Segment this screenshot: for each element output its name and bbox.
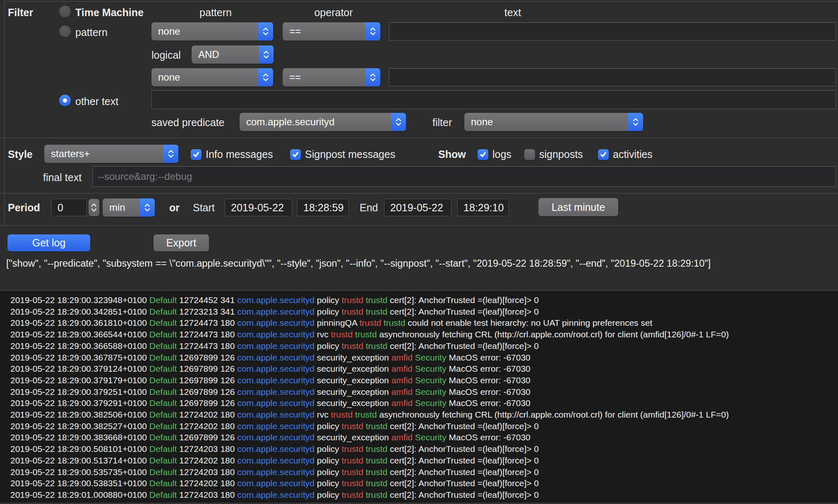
period-label: Period (8, 202, 40, 214)
column-header-pattern: pattern (189, 7, 243, 19)
start-time-field[interactable]: 18:28:59 (297, 199, 349, 216)
checkmark-icon (292, 151, 299, 158)
saved-predicate-popup[interactable]: com.apple.securityd (240, 113, 406, 131)
end-time-field[interactable]: 18:29:10 (457, 199, 509, 216)
popup-arrows-icon (140, 198, 155, 217)
info-messages-checkbox-row[interactable]: Info messages (191, 148, 273, 160)
style-label: Style (8, 148, 33, 160)
separator (0, 225, 838, 226)
text2-field-wrap (389, 68, 836, 86)
log-line: 2019-05-22 18:29:00.379251+0100 Default … (10, 386, 838, 398)
popup-arrows-icon (258, 68, 273, 86)
text1-field-wrap (389, 22, 836, 41)
or-label: or (169, 202, 180, 214)
period-unit-popup[interactable]: min (103, 198, 155, 217)
logical-label: logical (151, 49, 181, 61)
log-line: 2019-05-22 18:29:00.342851+0100 Default … (10, 306, 838, 318)
log-line: 2019-05-22 18:29:00.382506+0100 Default … (10, 409, 838, 420)
filter-section-label: Filter (8, 7, 33, 19)
logical-popup[interactable]: AND (192, 45, 274, 64)
popup-arrows-icon (628, 113, 643, 131)
log-line: 2019-05-22 18:29:00.538351+0100 Default … (10, 478, 838, 489)
period-value-field[interactable]: 0 (51, 199, 87, 216)
other-text-field[interactable] (152, 91, 836, 109)
end-label: End (360, 202, 378, 214)
popup-arrows-icon (259, 45, 274, 64)
log-line: 2019-05-22 18:29:00.366588+0100 Default … (10, 340, 838, 352)
log-line: 2019-05-22 18:29:00.535735+0100 Default … (10, 466, 838, 478)
popup-arrows-icon (163, 145, 178, 163)
get-log-button[interactable]: Get log (7, 234, 90, 251)
period-stepper[interactable] (89, 199, 99, 216)
period-section: Period 0 min or Start 2019-05-22 18:28:5… (4, 193, 838, 225)
pattern1-popup[interactable]: none (151, 22, 273, 41)
column-header-operator: operator (305, 7, 363, 19)
log-line: 2019-05-22 18:29:01.000880+0100 Default … (10, 489, 838, 501)
radio-pattern-label: pattern (75, 26, 108, 38)
checkmark-icon (192, 151, 200, 158)
log-line: 2019-05-22 18:29:00.513714+0100 Default … (10, 455, 838, 466)
checkmark-icon (600, 151, 607, 158)
log-output: 2019-05-22 18:29:00.323948+0100 Default … (0, 290, 838, 503)
final-text-field[interactable] (93, 167, 836, 186)
end-date-field[interactable]: 2019-05-22 (384, 199, 451, 216)
show-label: Show (438, 148, 466, 160)
checkmark-icon (479, 151, 487, 158)
log-line: 2019-05-22 18:29:00.323948+0100 Default … (10, 294, 838, 306)
style-section: Style starters+ Info messages Signpost m… (4, 138, 838, 193)
popup-arrows-icon (258, 22, 273, 41)
command-preview: ["show", "--predicate", "subsystem == \"… (6, 256, 831, 271)
filter-popup[interactable]: none (464, 113, 643, 131)
column-header-text: text (484, 7, 542, 19)
log-line: 2019-05-22 18:29:00.382527+0100 Default … (10, 420, 838, 432)
final-text-label: final text (43, 172, 82, 184)
radio-time-machine[interactable] (59, 6, 71, 17)
operator2-popup[interactable]: == (283, 68, 380, 86)
log-viewer-window: Filter pattern operator text Time Machin… (0, 0, 838, 504)
radio-other-text-label: other text (75, 96, 118, 107)
show-activities-checkbox[interactable] (598, 149, 609, 160)
radio-time-machine-label: Time Machine (75, 7, 144, 19)
final-text-field-wrap (92, 166, 836, 187)
show-signposts-checkbox[interactable] (524, 149, 535, 160)
pattern2-popup[interactable]: none (151, 68, 273, 86)
popup-arrows-icon (365, 68, 380, 86)
show-logs-checkbox[interactable] (478, 149, 488, 160)
signpost-messages-checkbox[interactable] (290, 149, 301, 160)
operator1-popup[interactable]: == (283, 22, 380, 41)
info-messages-checkbox[interactable] (191, 149, 202, 160)
log-line: 2019-05-22 18:29:00.508101+0100 Default … (10, 443, 838, 455)
saved-predicate-label: saved predicate (151, 117, 225, 129)
filter-section: Filter pattern operator text Time Machin… (4, 1, 838, 138)
start-date-field[interactable]: 2019-05-22 (225, 199, 292, 216)
log-line: 2019-05-22 18:29:00.383668+0100 Default … (10, 432, 838, 443)
log-line: 2019-05-22 18:29:00.361810+0100 Default … (10, 317, 838, 329)
filter-popup-label: filter (432, 117, 452, 129)
export-button[interactable]: Export (154, 234, 209, 251)
stepper-down-icon (91, 208, 97, 212)
other-text-field-wrap (151, 90, 836, 109)
show-logs-checkbox-row[interactable]: logs (478, 148, 511, 160)
signpost-messages-checkbox-row[interactable]: Signpost messages (290, 148, 395, 160)
last-minute-button[interactable]: Last minute (538, 198, 618, 216)
show-activities-checkbox-row[interactable]: activities (598, 148, 653, 160)
log-line: 2019-05-22 18:29:00.379179+0100 Default … (10, 375, 838, 386)
log-line: 2019-05-22 18:29:00.367875+0100 Default … (10, 352, 838, 363)
popup-arrows-icon (391, 113, 406, 131)
text2-field[interactable] (389, 69, 836, 86)
radio-other-text[interactable] (59, 95, 71, 106)
log-line: 2019-05-22 18:29:00.379291+0100 Default … (10, 397, 838, 409)
style-popup[interactable]: starters+ (44, 145, 178, 163)
show-signposts-checkbox-row[interactable]: signposts (524, 148, 583, 160)
popup-arrows-icon (365, 22, 380, 41)
log-line: 2019-05-22 18:29:00.366544+0100 Default … (10, 329, 838, 340)
log-line: 2019-05-22 18:29:00.379124+0100 Default … (10, 363, 838, 375)
text1-field[interactable] (389, 23, 836, 40)
start-label: Start (193, 202, 215, 214)
stepper-up-icon (91, 203, 97, 207)
radio-pattern[interactable] (59, 26, 71, 37)
